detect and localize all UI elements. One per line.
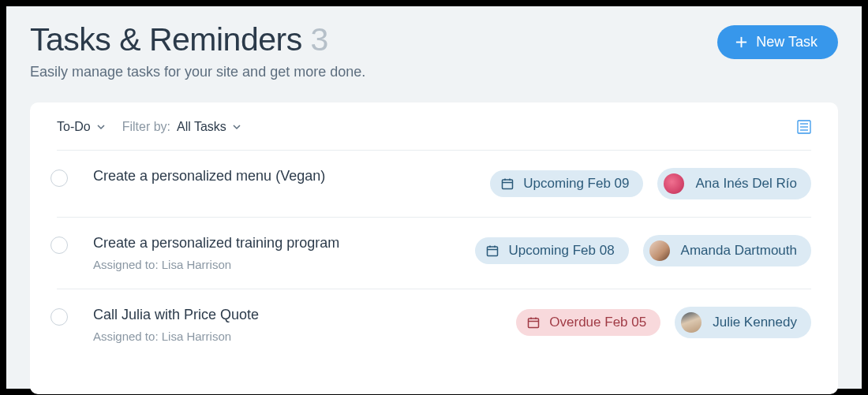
header-row: Tasks & Reminders 3 Easily manage tasks … xyxy=(30,22,838,80)
task-pills: Upcoming Feb 09Ana Inés Del Río xyxy=(490,168,811,199)
app-frame: Tasks & Reminders 3 Easily manage tasks … xyxy=(6,6,862,389)
task-pills: Upcoming Feb 08Amanda Dartmouth xyxy=(475,235,811,266)
task-title: Create a personalized menu (Vegan) xyxy=(93,168,476,184)
due-date-label: Upcoming Feb 08 xyxy=(508,243,614,259)
new-task-label: New Task xyxy=(756,34,817,50)
filter-by-value: All Tasks xyxy=(177,120,226,134)
task-list: Create a personalized menu (Vegan)Upcomi… xyxy=(57,151,811,360)
filter-by-label: Filter by: xyxy=(122,120,170,134)
svg-rect-6 xyxy=(503,180,513,189)
list-view-icon[interactable] xyxy=(797,120,811,134)
title-section: Tasks & Reminders 3 Easily manage tasks … xyxy=(30,22,365,80)
status-filter[interactable]: To-Do xyxy=(57,120,105,134)
plus-icon xyxy=(735,35,748,49)
task-checkbox[interactable] xyxy=(51,237,68,254)
svg-rect-10 xyxy=(488,247,498,256)
task-main[interactable]: Create a personalized training programAs… xyxy=(82,235,461,271)
calendar-icon xyxy=(501,177,514,190)
assignee-pill[interactable]: Ana Inés Del Río xyxy=(657,168,811,199)
calendar-icon xyxy=(527,316,540,329)
svg-rect-14 xyxy=(529,319,539,328)
avatar xyxy=(681,312,702,333)
task-main[interactable]: Create a personalized menu (Vegan) xyxy=(82,168,476,184)
assignee-name: Julie Kennedy xyxy=(713,315,797,330)
task-row: Call Julia with Price QuoteAssigned to: … xyxy=(57,289,811,360)
due-date-label: Overdue Feb 05 xyxy=(549,315,646,330)
task-title: Call Julia with Price Quote xyxy=(93,307,502,323)
task-title: Create a personalized training program xyxy=(93,235,461,252)
filter-bar: To-Do Filter by: All Tasks xyxy=(57,120,811,151)
assignee-name: Ana Inés Del Río xyxy=(695,176,797,192)
task-pills: Overdue Feb 05Julie Kennedy xyxy=(516,307,811,338)
task-assigned-to: Assigned to: Lisa Harrison xyxy=(93,258,461,271)
chevron-down-icon xyxy=(97,123,105,131)
task-count: 3 xyxy=(311,21,328,58)
chevron-down-icon xyxy=(233,123,241,131)
filter-by[interactable]: Filter by: All Tasks xyxy=(122,120,241,134)
task-panel: To-Do Filter by: All Tasks Create a pers… xyxy=(30,102,838,394)
task-checkbox[interactable] xyxy=(51,170,68,187)
task-row: Create a personalized menu (Vegan)Upcomi… xyxy=(57,151,811,218)
status-filter-label: To-Do xyxy=(57,120,91,134)
due-date-pill[interactable]: Upcoming Feb 08 xyxy=(475,237,628,264)
new-task-button[interactable]: New Task xyxy=(717,25,838,59)
avatar xyxy=(664,173,684,194)
task-checkbox[interactable] xyxy=(51,308,68,326)
due-date-label: Upcoming Feb 09 xyxy=(523,176,629,192)
page-subtitle: Easily manage tasks for your site and ge… xyxy=(30,64,365,80)
task-assigned-to: Assigned to: Lisa Harrison xyxy=(93,330,502,343)
calendar-icon xyxy=(486,244,499,257)
assignee-name: Amanda Dartmouth xyxy=(681,243,797,259)
avatar xyxy=(649,240,670,261)
task-row: Create a personalized training programAs… xyxy=(57,218,811,289)
assignee-pill[interactable]: Amanda Dartmouth xyxy=(643,235,811,266)
due-date-pill[interactable]: Upcoming Feb 09 xyxy=(490,170,643,197)
task-main[interactable]: Call Julia with Price QuoteAssigned to: … xyxy=(82,307,502,343)
page-title: Tasks & Reminders 3 xyxy=(30,22,365,58)
title-text: Tasks & Reminders xyxy=(30,21,302,58)
due-date-pill[interactable]: Overdue Feb 05 xyxy=(516,309,660,336)
assignee-pill[interactable]: Julie Kennedy xyxy=(675,307,811,338)
